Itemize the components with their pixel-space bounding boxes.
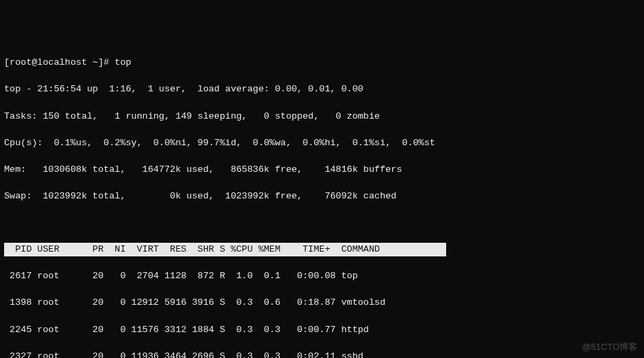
top-summary-cpu: Cpu(s): 0.1%us, 0.2%sy, 0.0%ni, 99.7%id,…: [4, 136, 640, 150]
top-summary-mem: Mem: 1030608k total, 164772k used, 86583…: [4, 163, 640, 177]
top-summary-uptime: top - 21:56:54 up 1:16, 1 user, load ave…: [4, 83, 640, 96]
watermark-text: @51CTO博客: [582, 341, 637, 354]
table-row: 2617 root 20 0 2704 1128 872 R 1.0 0.1 0…: [4, 269, 640, 283]
top-summary-swap: Swap: 1023992k total, 0k used, 1023992k …: [4, 190, 640, 203]
process-table-header: PID USER PR NI VIRT RES SHR S %CPU %MEM …: [4, 243, 446, 256]
blank-line: [4, 216, 640, 230]
table-row: 2245 root 20 0 11576 3312 1884 S 0.3 0.3…: [4, 323, 640, 337]
table-row: 1398 root 20 0 12912 5916 3916 S 0.3 0.6…: [4, 296, 640, 310]
top-summary-tasks: Tasks: 150 total, 1 running, 149 sleepin…: [4, 110, 640, 123]
shell-prompt-line: [root@localhost ~]# top: [4, 56, 640, 70]
table-row: 2327 root 20 0 11936 3464 2696 S 0.3 0.3…: [4, 350, 640, 358]
